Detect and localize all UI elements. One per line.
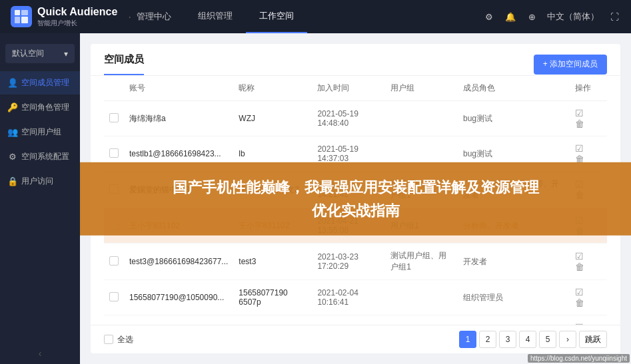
jump-button[interactable]: 跳跃	[579, 331, 607, 348]
delete-icon-5[interactable]: 🗑	[575, 297, 584, 308]
table-row: rlxinzrx rlxinzrx 2021-01-28 19:45:12 广告…	[104, 315, 607, 325]
app-logo: Quick Audience 智能用户增长	[11, 5, 117, 27]
col-role: 成员角色	[458, 76, 570, 101]
svg-rect-1	[21, 10, 28, 15]
nav-tab-workspace[interactable]: 工作空间	[246, 0, 307, 33]
row-checkbox-1[interactable]	[109, 148, 119, 158]
overlay-line2: 优化实战指南	[87, 199, 624, 222]
svg-rect-0	[15, 10, 20, 15]
top-nav: Quick Audience 智能用户增长 · 管理中心 组织管理 工作空间 ⚙…	[0, 0, 631, 33]
overlay-line1: 国产手机性能巅峰，我最强应用安装配置详解及资源管理	[87, 175, 624, 198]
pagination: 1 2 3 4 5 › 跳跃	[459, 331, 607, 348]
svg-rect-3	[21, 17, 28, 23]
select-all-checkbox[interactable]	[104, 335, 113, 344]
access-icon: 🔒	[8, 177, 17, 186]
edit-icon-1[interactable]: ☑	[575, 143, 584, 154]
logo-icon	[11, 6, 32, 27]
space-selector[interactable]: 默认空间 ▾	[5, 44, 75, 63]
sidebar-item-member-management[interactable]: 👤 空间成员管理	[0, 71, 80, 94]
col-account: 账号	[124, 76, 233, 101]
row-checkbox-4[interactable]	[109, 256, 119, 266]
main-content: 空间成员 + 添加空间成员 账号 昵称 加入时间 用户组	[80, 33, 631, 364]
select-all-area: 全选	[104, 334, 133, 345]
sidebar-item-role-management[interactable]: 🔑 空间角色管理	[0, 96, 80, 119]
delete-icon-0[interactable]: 🗑	[575, 118, 584, 129]
delete-icon-4[interactable]: 🗑	[575, 262, 584, 272]
content-area: 空间成员 + 添加空间成员 账号 昵称 加入时间 用户组	[80, 33, 631, 364]
plus-circle-icon[interactable]: ⊕	[526, 11, 538, 23]
page-btn-2[interactable]: 2	[479, 331, 496, 348]
group-icon: 👥	[8, 128, 17, 137]
table-row: test3@186661698423677... test3 2021-03-2…	[104, 244, 607, 280]
sidebar-bottom: ‹	[0, 343, 80, 364]
svg-rect-2	[15, 17, 20, 23]
col-action: 操作	[570, 76, 607, 101]
page-btn-3[interactable]: 3	[499, 331, 516, 348]
edit-icon-0[interactable]: ☑	[575, 108, 584, 118]
table-row: 15658077190@1050090... 15658077190​6507p…	[104, 280, 607, 315]
table-row: 海绵海绵a WZJ 2021-05-19 14:48:40 bug测试 ☑ 🗑	[104, 101, 607, 136]
role-icon: 🔑	[8, 103, 17, 112]
member-icon: 👤	[8, 79, 17, 88]
app-name: Quick Audience 智能用户增长	[37, 5, 117, 27]
sidebar-item-user-access[interactable]: 🔒 用户访问	[0, 170, 80, 193]
url-hint: https://blog.csdn.net/yunqiinsight	[528, 354, 630, 363]
fullscreen-icon[interactable]: ⛶	[608, 11, 620, 23]
sidebar-item-user-group[interactable]: 👥 空间用户组	[0, 120, 80, 144]
col-join-time: 加入时间	[312, 76, 385, 101]
col-nickname: 昵称	[233, 76, 312, 101]
nav-tab-org[interactable]: 组织管理	[185, 0, 246, 33]
chevron-down-icon: ▾	[64, 49, 68, 59]
row-checkbox-5[interactable]	[109, 292, 119, 301]
nav-divider: ·	[128, 10, 131, 24]
bell-icon[interactable]: 🔔	[504, 11, 516, 23]
nav-tabs: 组织管理 工作空间	[185, 0, 307, 33]
nav-center-label: 管理中心	[137, 11, 171, 23]
col-checkbox	[104, 76, 124, 101]
row-checkbox-0[interactable]	[109, 113, 119, 122]
card-header: 空间成员 + 添加空间成员	[91, 44, 620, 76]
layout: 默认空间 ▾ 👤 空间成员管理 🔑 空间角色管理 👥 空间用户组 ⚙ 空间系统配…	[0, 33, 631, 364]
page-btn-next[interactable]: ›	[559, 331, 576, 348]
language-label[interactable]: 中文（简体）	[547, 11, 599, 23]
page-title: 空间成员	[104, 53, 144, 75]
table-header-row: 账号 昵称 加入时间 用户组 成员角色 操作	[104, 76, 607, 101]
add-member-button[interactable]: + 添加空间成员	[534, 55, 607, 75]
card-footer: 全选 1 2 3 4 5 › 跳跃	[91, 325, 620, 353]
sidebar-menu: 👤 空间成员管理 🔑 空间角色管理 👥 空间用户组 ⚙ 空间系统配置 🔒 用户访…	[0, 69, 80, 196]
select-all-label: 全选	[117, 334, 133, 345]
page-btn-1[interactable]: 1	[459, 331, 476, 348]
sidebar: 默认空间 ▾ 👤 空间成员管理 🔑 空间角色管理 👥 空间用户组 ⚙ 空间系统配…	[0, 33, 80, 364]
nav-right-area: ⚙ 🔔 ⊕ 中文（简体） ⛶	[483, 11, 620, 23]
overlay-banner: 国产手机性能巅峰，我最强应用安装配置详解及资源管理 优化实战指南	[80, 162, 631, 235]
config-icon: ⚙	[8, 152, 17, 162]
page-btn-5[interactable]: 5	[539, 331, 556, 348]
settings-icon[interactable]: ⚙	[483, 11, 495, 23]
page-btn-4[interactable]: 4	[519, 331, 536, 348]
edit-icon-4[interactable]: ☑	[575, 251, 584, 262]
sidebar-item-system-config[interactable]: ⚙ 空间系统配置	[0, 145, 80, 168]
collapse-button[interactable]: ‹	[5, 348, 75, 359]
edit-icon-5[interactable]: ☑	[575, 287, 584, 297]
col-user-group: 用户组	[385, 76, 458, 101]
